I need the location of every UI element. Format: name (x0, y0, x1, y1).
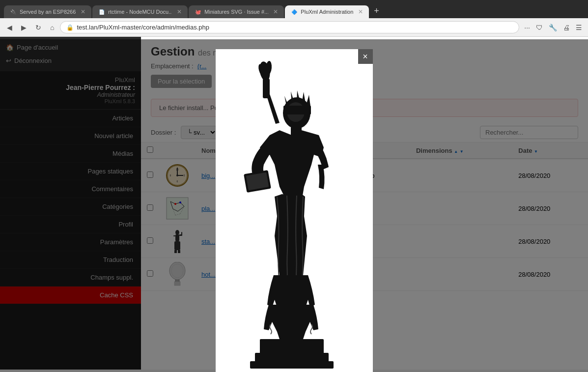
tab-label-1: Served by an ESP8266 (20, 9, 76, 15)
tab-label-2: rtctime - NodeMCU Docu... (108, 9, 172, 15)
tab-esp8266[interactable]: 🔌 Served by an ESP8266 ✕ (4, 5, 91, 18)
tab-close-3[interactable]: ✕ (273, 8, 278, 15)
tab-favicon-3: 🐙 (195, 8, 201, 15)
new-tab-button[interactable]: + (370, 4, 383, 18)
address-text: test.lan/PluXml-master/core/admin/medias… (77, 24, 513, 31)
modal: × (216, 49, 373, 370)
shield-button[interactable]: 🛡 (534, 22, 545, 33)
lock-icon: 🔒 (66, 24, 74, 31)
address-bar[interactable]: 🔒 test.lan/PluXml-master/core/admin/medi… (60, 21, 519, 33)
nav-bar: ◀ ▶ ↻ ⌂ 🔒 test.lan/PluXml-master/core/ad… (0, 18, 588, 37)
tab-label-4: PluXml Administration (301, 9, 353, 15)
nav-actions: ··· 🛡 🔧 🖨 ☰ (522, 22, 584, 33)
svg-rect-52 (260, 339, 324, 354)
svg-rect-48 (283, 106, 311, 114)
browser-chrome: 🔌 Served by an ESP8266 ✕ 📄 rtctime - Nod… (0, 0, 588, 37)
tab-rtctime[interactable]: 📄 rtctime - NodeMCU Docu... ✕ (92, 5, 188, 18)
tab-close-4[interactable]: ✕ (358, 8, 363, 15)
bookmarks-button[interactable]: ··· (522, 22, 532, 33)
back-button[interactable]: ◀ (4, 22, 15, 33)
svg-rect-54 (250, 361, 334, 369)
tab-close-1[interactable]: ✕ (81, 8, 85, 15)
home-button[interactable]: ⌂ (47, 22, 57, 33)
menu-button[interactable]: ☰ (574, 22, 584, 33)
tab-pluxmladmin[interactable]: 🔷 PluXml Administration ✕ (285, 5, 369, 18)
modal-overlay[interactable]: × (0, 39, 588, 370)
tab-favicon-4: 🔷 (291, 8, 298, 15)
print-button[interactable]: 🖨 (561, 22, 572, 33)
refresh-button[interactable]: ↻ (32, 22, 44, 33)
tab-close-2[interactable]: ✕ (177, 8, 182, 15)
tab-favicon-1: 🔌 (10, 8, 17, 15)
forward-button[interactable]: ▶ (18, 22, 29, 33)
tab-bar: 🔌 Served by an ESP8266 ✕ 📄 rtctime - Nod… (0, 0, 588, 18)
modal-image (216, 49, 368, 370)
tab-favicon-2: 📄 (98, 8, 105, 15)
tab-miniatures[interactable]: 🐙 Miniatures SVG · Issue #... ✕ (189, 5, 284, 18)
addon-button[interactable]: 🔧 (547, 22, 559, 33)
tab-label-3: Miniatures SVG · Issue #... (204, 9, 268, 15)
modal-close-button[interactable]: × (358, 49, 373, 64)
